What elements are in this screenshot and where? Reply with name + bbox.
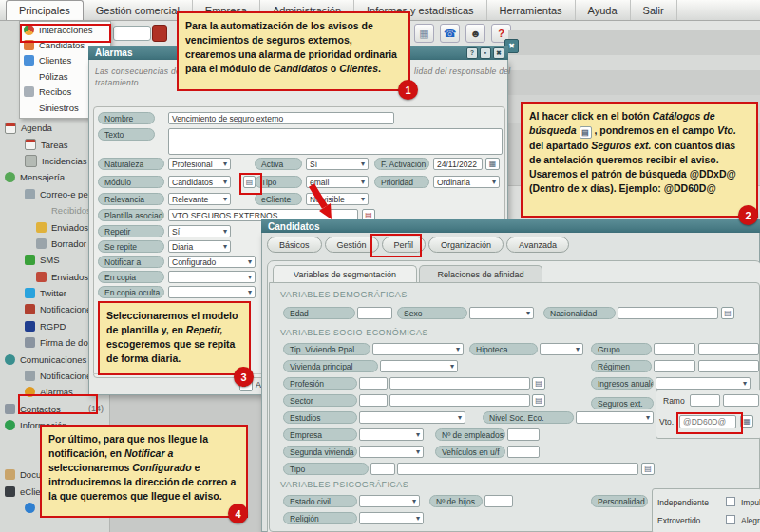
- alarm-dialog-title: Alarmas: [95, 48, 132, 58]
- candidatos-tab[interactable]: Avanzada: [506, 237, 569, 253]
- field-label-modulo: Módulo: [98, 176, 164, 188]
- trait-extrovertido-label: Extrovertido: [657, 516, 700, 525]
- trait-impulsivo-label: Impulsivo: [741, 498, 760, 507]
- agent-icon[interactable]: [466, 24, 485, 43]
- catalog-search-icon[interactable]: [721, 307, 734, 319]
- field-label-notificar-a: Notificar a: [98, 256, 164, 268]
- field-label-tipo-seg: Tipo: [283, 463, 369, 475]
- grupo-input[interactable]: [654, 343, 695, 355]
- field-label-se-repite: Se repite: [98, 240, 164, 253]
- sector-input[interactable]: [390, 394, 530, 407]
- prioridad-select[interactable]: Ordinaria: [433, 176, 500, 188]
- save-icon[interactable]: ▪: [480, 48, 491, 59]
- independiente-checkbox[interactable]: [726, 497, 735, 506]
- field-label-ramo: Ramo: [663, 396, 685, 406]
- field-label-en-copia-oculta: En copia oculta: [98, 286, 164, 298]
- notifications2-icon: [25, 370, 35, 381]
- field-label-nivel-soc: Nivel Soc. Eco.: [483, 411, 574, 424]
- tip-vivienda-select[interactable]: [372, 343, 464, 355]
- calendar-button-icon[interactable]: [485, 158, 500, 170]
- texto-input[interactable]: [168, 128, 503, 155]
- extrovertido-checkbox[interactable]: [726, 515, 735, 524]
- profesion-code-input[interactable]: [359, 377, 388, 390]
- highlight-vto-field: [676, 412, 743, 434]
- vivienda-principal-select[interactable]: [380, 360, 458, 372]
- field-label-religion: Religión: [283, 512, 357, 524]
- f-activacion-input[interactable]: 24/11/2022: [433, 158, 483, 170]
- field-label-naturaleza: Naturaleza: [98, 158, 164, 170]
- : [36, 205, 47, 216]
- menu-tab[interactable]: Salir: [631, 0, 677, 20]
- field-label-plantilla: Plantilla asociada: [98, 209, 164, 221]
- candidatos-tab[interactable]: Organización: [428, 237, 504, 253]
- catalog-search-icon[interactable]: [532, 394, 545, 407]
- ramo-input-2[interactable]: [723, 394, 759, 407]
- edad-input[interactable]: [357, 307, 392, 319]
- field-label-estado-civil: Estado civil: [283, 495, 357, 507]
- activa-select[interactable]: Sí: [306, 158, 369, 170]
- menu-tab[interactable]: Herramientas: [487, 0, 576, 20]
- profesion-input[interactable]: [390, 377, 530, 390]
- modulo-select[interactable]: Candidatos: [168, 176, 231, 188]
- regimen-input[interactable]: [654, 360, 695, 372]
- trait-independiente-label: Independiente: [657, 498, 709, 507]
- religion-select[interactable]: [359, 512, 424, 524]
- sexo-select[interactable]: [469, 307, 534, 319]
- relevancia-select[interactable]: Relevante: [168, 193, 231, 205]
- field-label-vivienda-principal: Vivienda principal: [283, 360, 378, 372]
- incidents-icon: [25, 155, 37, 167]
- ingresos-select[interactable]: [656, 377, 750, 390]
- callout-4-number: 4: [228, 504, 248, 523]
- highlight-alarmas: [18, 394, 98, 414]
- notificar-a-select[interactable]: Configurado: [168, 256, 256, 268]
- ramo-input[interactable]: [690, 394, 720, 407]
- mail-icon: [25, 189, 35, 200]
- subtab-variables-segmentacion[interactable]: Variables de segmentación: [273, 265, 417, 283]
- trash-icon[interactable]: [152, 25, 167, 42]
- field-label-texto: Texto: [98, 128, 155, 141]
- empleados-input[interactable]: [507, 428, 540, 441]
- hipoteca-select[interactable]: [540, 343, 583, 355]
- regimen-input-2[interactable]: [698, 360, 759, 372]
- vehiculos-input[interactable]: [507, 446, 540, 458]
- application-window: Principales Gestión comercial Empresa Ad…: [0, 0, 760, 532]
- estudios-select[interactable]: [359, 411, 466, 424]
- nacionalidad-input[interactable]: [618, 307, 718, 319]
- en-copia-select[interactable]: [168, 271, 256, 283]
- subtab-relaciones-afinidad[interactable]: Relaciones de afinidad: [419, 265, 542, 283]
- close-icon[interactable]: ✖: [493, 48, 504, 59]
- naturaleza-select[interactable]: Profesional: [168, 158, 231, 170]
- draft-icon: [36, 238, 47, 249]
- sector-code-input[interactable]: [359, 394, 388, 407]
- field-label-regimen: Régimen: [591, 360, 652, 372]
- menu-tab[interactable]: Ayuda: [576, 0, 631, 20]
- candidatos-tab[interactable]: Básicos: [267, 237, 322, 253]
- tipo-input[interactable]: [397, 463, 638, 475]
- field-label-f-activacion: F. Activación: [374, 158, 429, 170]
- contacts-icon: [5, 404, 15, 414]
- callout-3: Seleccionaremos el modelo de plantilla y…: [98, 301, 251, 375]
- tipo-code-input[interactable]: [370, 463, 395, 475]
- nombre-input[interactable]: Vencimiento de seguro externo: [168, 112, 394, 124]
- grupo-input-2[interactable]: [698, 343, 759, 355]
- nivel-soc-select[interactable]: [576, 411, 654, 424]
- callout-1-number: 1: [398, 80, 418, 100]
- estado-civil-select[interactable]: [359, 495, 420, 507]
- en-copia-oculta-select[interactable]: [168, 286, 256, 298]
- twitter-icon: [25, 288, 35, 298]
- field-label-tip-vivienda: Tip. Vivienda Ppal.: [283, 343, 370, 355]
- callout-1: Para la automatización de los avisos de …: [177, 11, 410, 91]
- field-label-sexo: Sexo: [397, 307, 467, 319]
- hijos-input[interactable]: [484, 495, 513, 507]
- menu-tab[interactable]: Principales: [6, 0, 84, 20]
- empresa-select[interactable]: [359, 428, 424, 441]
- segunda-vivienda-select[interactable]: [359, 446, 424, 458]
- phone-icon[interactable]: [440, 24, 460, 43]
- repetir-select[interactable]: Sí: [168, 225, 231, 238]
- catalog-search-icon[interactable]: [641, 463, 655, 475]
- toolbar-field[interactable]: [113, 26, 151, 41]
- catalog-search-icon[interactable]: [532, 377, 545, 390]
- calendar-icon[interactable]: [414, 24, 434, 43]
- help-icon[interactable]: ?: [466, 48, 478, 59]
- se-repite-select[interactable]: Diaria: [168, 240, 231, 253]
